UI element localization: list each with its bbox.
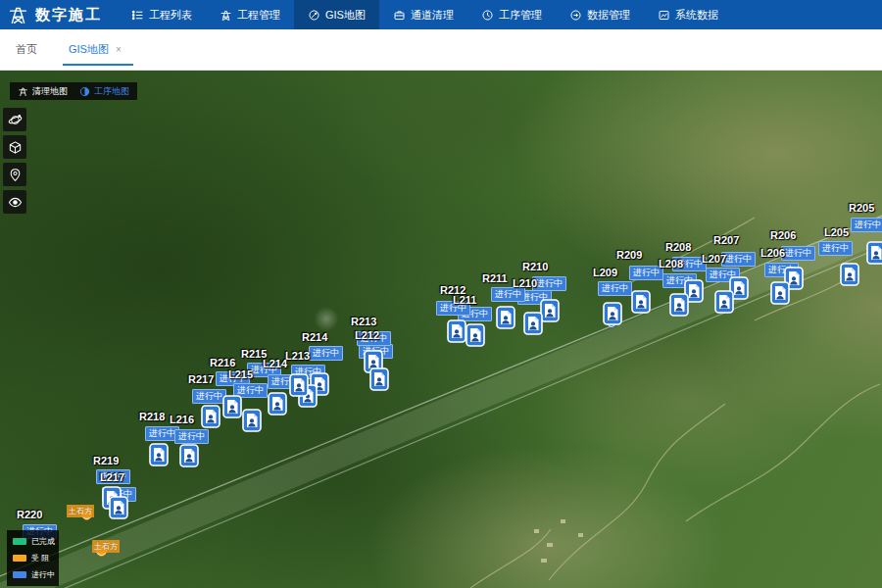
worker-marker-icon[interactable] (179, 444, 199, 467)
status-badge-L209[interactable]: 进行中 (598, 281, 632, 296)
location-pin-icon (8, 168, 23, 182)
worker-marker-icon[interactable] (496, 306, 515, 329)
nav-menu: 工程列表 工程管理 GIS地图 通道清理 工序管理 数据管理 系统数据 (118, 0, 732, 29)
blocked-swatch (13, 555, 26, 562)
earthwork-label: 土石方 (67, 505, 94, 517)
worker-file-icon (447, 319, 466, 343)
worker-file-icon (603, 302, 622, 325)
nav-item-label: 数据管理 (587, 8, 630, 23)
status-badge-R205[interactable]: 进行中 (851, 218, 882, 232)
worker-marker-icon[interactable] (289, 373, 309, 397)
worker-file-icon (866, 241, 882, 265)
tab-gis-map[interactable]: GIS地图 × (67, 29, 123, 70)
nav-item-label: 工程列表 (149, 8, 192, 23)
tower-label-R220: R220 (17, 509, 42, 520)
tower-label-R219: R219 (93, 455, 119, 466)
process-map-button[interactable]: 工序地图 (79, 85, 129, 98)
tower-logo-icon (8, 5, 28, 25)
cube-icon (8, 140, 23, 155)
tower-label-L214: L214 (263, 358, 287, 369)
worker-marker-icon[interactable] (866, 241, 882, 265)
nav-item-label: 工序管理 (499, 8, 542, 23)
nav-item-process-mgmt[interactable]: 工序管理 (467, 0, 556, 29)
worker-file-icon (540, 299, 560, 322)
legend-item-blocked: 受 阻 (13, 553, 53, 564)
close-icon[interactable]: × (116, 44, 122, 55)
status-legend: 已完成 受 阻 进行中 (7, 530, 59, 586)
status-badge-R214[interactable]: 进行中 (309, 346, 343, 361)
status-badge-R207[interactable]: 进行中 (721, 252, 756, 267)
app-logo: 数字施工 (0, 0, 118, 29)
nav-item-gis-map[interactable]: GIS地图 (294, 0, 379, 29)
worker-marker-icon[interactable] (447, 319, 466, 343)
status-badge-L216[interactable]: 进行中 (174, 429, 209, 444)
worker-marker-icon[interactable] (540, 299, 560, 322)
status-badge-R211[interactable]: 进行中 (491, 287, 525, 302)
worker-file-icon (369, 368, 389, 391)
tower-label-R207: R207 (713, 234, 739, 246)
view-3d-button[interactable] (3, 135, 26, 159)
tower-icon (220, 9, 232, 22)
tower-label-R218: R218 (139, 411, 165, 422)
tower-label-R209: R209 (616, 249, 642, 261)
tab-home[interactable]: 首页 (14, 29, 39, 70)
tower-label-L216: L216 (170, 414, 194, 425)
worker-marker-icon[interactable] (149, 443, 169, 466)
tower-label-R211: R211 (482, 272, 508, 284)
eye-icon (8, 195, 23, 210)
data-icon (569, 9, 582, 22)
worker-file-icon (466, 323, 485, 347)
worker-file-icon (496, 306, 515, 329)
worker-marker-icon[interactable] (523, 312, 543, 335)
in-progress-swatch (13, 571, 26, 578)
tower-label-L215: L215 (228, 368, 253, 380)
app-title: 数字施工 (35, 6, 102, 24)
tower-label-R208: R208 (665, 241, 691, 253)
tower-label-L210: L210 (513, 277, 537, 289)
worker-marker-icon[interactable] (714, 290, 734, 314)
status-badge-R217[interactable]: 进行中 (192, 389, 226, 404)
layers-satellite-button[interactable] (3, 108, 26, 131)
tower-icon (18, 86, 28, 97)
nav-item-system-data[interactable]: 系统数据 (644, 0, 732, 29)
worker-file-icon (523, 312, 543, 335)
worker-marker-icon[interactable] (242, 409, 262, 432)
worker-marker-icon[interactable] (222, 395, 242, 418)
system-chart-icon (658, 9, 670, 22)
status-badge-R206[interactable]: 进行中 (781, 246, 815, 261)
nav-item-label: 通道清理 (411, 8, 454, 23)
visibility-button[interactable] (3, 190, 26, 214)
worker-marker-icon[interactable] (603, 302, 622, 325)
worker-file-icon (289, 373, 309, 397)
nav-item-channel-clean[interactable]: 通道清理 (379, 0, 467, 29)
map[interactable]: 清理地图 工序地图 已完成 受 阻 进行 (0, 71, 882, 588)
status-badge-L205[interactable]: 进行中 (818, 241, 853, 256)
status-badge-R210[interactable]: 进行中 (532, 276, 566, 291)
worker-marker-icon[interactable] (466, 323, 485, 347)
worker-marker-icon[interactable] (201, 405, 220, 428)
nav-item-label: 系统数据 (675, 8, 718, 23)
worker-marker-icon[interactable] (109, 496, 128, 519)
tab-label: 首页 (16, 42, 37, 57)
tower-label-R210: R210 (522, 261, 548, 272)
nav-item-data-mgmt[interactable]: 数据管理 (556, 0, 644, 29)
worker-marker-icon[interactable] (369, 368, 389, 391)
nav-item-project-list[interactable]: 工程列表 (118, 0, 206, 29)
worker-file-icon (770, 281, 790, 305)
top-nav: 数字施工 工程列表 工程管理 GIS地图 通道清理 工序管理 数据管理 系统 (0, 0, 882, 29)
worker-marker-icon[interactable] (770, 281, 790, 305)
tower-label-R214: R214 (302, 331, 327, 343)
map-toolbar (3, 108, 26, 214)
locate-button[interactable] (3, 163, 26, 186)
worker-marker-icon[interactable] (631, 290, 651, 314)
tower-label-L205: L205 (824, 226, 849, 238)
tower-label-R217: R217 (188, 373, 214, 385)
nav-item-project-mgmt[interactable]: 工程管理 (206, 0, 294, 29)
worker-marker-icon[interactable] (669, 293, 689, 317)
legend-label: 进行中 (31, 569, 55, 580)
list-icon (131, 9, 144, 22)
worker-marker-icon[interactable] (840, 263, 859, 286)
worker-marker-icon[interactable] (268, 392, 287, 416)
worker-file-icon (840, 263, 859, 286)
clean-map-button[interactable]: 清理地图 (18, 85, 68, 98)
